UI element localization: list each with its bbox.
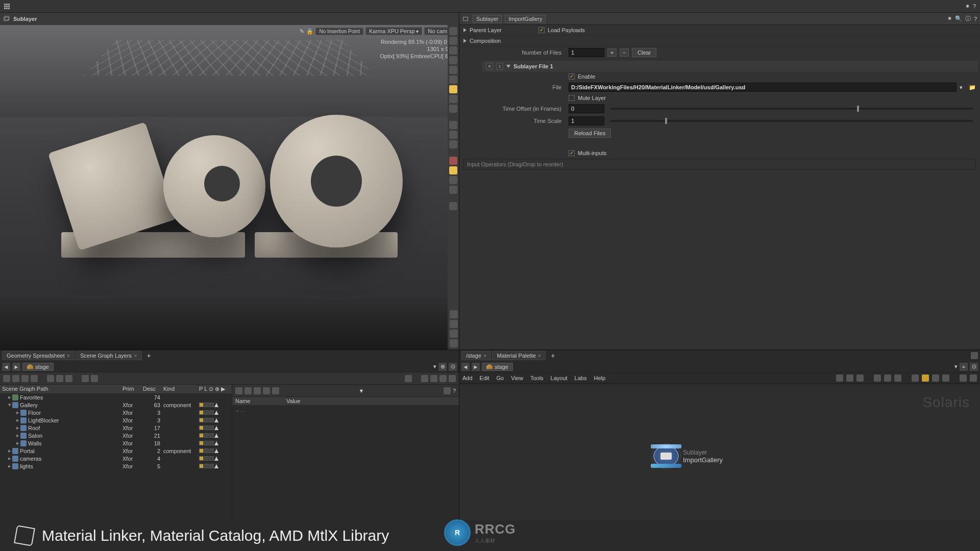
nt-icon-6[interactable]: [894, 374, 901, 382]
vp-tool-5[interactable]: [449, 66, 457, 74]
pp-view-4[interactable]: [263, 387, 270, 394]
time-scale-slider[interactable]: [610, 120, 973, 122]
num-files-input[interactable]: [569, 48, 604, 57]
gear-icon[interactable]: ✷: [965, 3, 970, 10]
filter-icon[interactable]: ▼: [359, 388, 364, 394]
pencil-icon[interactable]: ✎: [300, 28, 304, 35]
nt-icon-8[interactable]: [922, 374, 929, 382]
multi-inputs-checkbox[interactable]: [569, 150, 575, 156]
menu-labs[interactable]: Labs: [575, 375, 587, 381]
nav-fwd-icon[interactable]: ►: [12, 363, 20, 371]
scene-graph-row[interactable]: ▸LightBlockerXfor3: [0, 416, 232, 424]
nt-icon-10[interactable]: [942, 374, 949, 382]
menu-view[interactable]: View: [511, 375, 523, 381]
net-add-icon[interactable]: +: [960, 363, 968, 371]
file-dropdown-icon[interactable]: ▾: [960, 84, 963, 91]
parent-layer-section[interactable]: Parent Layer Load Payloads: [459, 25, 980, 36]
enable-checkbox[interactable]: [569, 73, 575, 80]
add-network-tab[interactable]: +: [547, 350, 559, 361]
time-scale-input[interactable]: [569, 116, 604, 126]
menu-go[interactable]: Go: [497, 375, 504, 381]
tab-geometry-spreadsheet[interactable]: Geometry Spreadsheet×: [2, 351, 75, 360]
network-path[interactable]: stage: [482, 363, 513, 371]
breadcrumb-name[interactable]: ImportGallery: [505, 15, 546, 23]
nt-icon-1[interactable]: [836, 374, 843, 382]
reorder-sublayer-icon[interactable]: ↕: [496, 63, 503, 70]
vp-tool-10[interactable]: [449, 121, 457, 129]
vp-snapshot-icon[interactable]: [450, 310, 458, 318]
stage-path[interactable]: stage: [22, 363, 54, 371]
panel-gear-icon[interactable]: ✷: [947, 15, 952, 22]
app-menu-icon[interactable]: [4, 4, 10, 9]
nt-icon-5[interactable]: [884, 374, 891, 382]
tb-icon-9[interactable]: [91, 375, 98, 382]
vp-tool-17[interactable]: [449, 202, 457, 210]
renderer-chip[interactable]: Karma XPU Persp ▾: [365, 27, 422, 35]
remove-sublayer-icon[interactable]: ×: [486, 63, 493, 70]
menu-help[interactable]: Help: [594, 375, 605, 381]
gear-icon[interactable]: ⊙: [449, 363, 457, 371]
menu-add[interactable]: Add: [462, 375, 473, 381]
reload-files-button[interactable]: Reload Files: [569, 129, 611, 138]
menu-edit[interactable]: Edit: [480, 375, 489, 381]
tb-icon-10[interactable]: [405, 375, 412, 382]
tab-material-palette[interactable]: Material Palette×: [492, 351, 546, 360]
vp-tool-6[interactable]: [449, 76, 457, 84]
insertion-chip[interactable]: No Insertion Point: [315, 28, 363, 35]
pp-help-icon[interactable]: ?: [453, 388, 456, 394]
net-gear-icon[interactable]: ⊙: [970, 363, 978, 371]
vp-display-icon[interactable]: [450, 330, 458, 338]
nt-icon-3[interactable]: [856, 374, 864, 382]
menu-layout[interactable]: Layout: [551, 375, 568, 381]
vp-grid-icon[interactable]: [450, 339, 458, 347]
node-importgallery[interactable]: Sublayer ImportGallery: [653, 445, 723, 467]
mute-layer-checkbox[interactable]: [569, 95, 575, 101]
vp-tool-16[interactable]: [449, 186, 457, 194]
scene-graph-row[interactable]: ▸camerasXfor4: [0, 455, 232, 462]
help-icon[interactable]: ?: [973, 3, 976, 9]
net-max-icon[interactable]: [971, 352, 978, 359]
nt-icon-4[interactable]: [874, 374, 881, 382]
tb-icon-3[interactable]: [21, 375, 29, 382]
tb-icon-1[interactable]: [3, 375, 10, 382]
pp-cam-icon[interactable]: [444, 387, 451, 394]
search-icon[interactable]: [970, 374, 977, 382]
time-offset-input[interactable]: [569, 104, 604, 113]
nt-icon-7[interactable]: [912, 374, 919, 382]
nt-icon-2[interactable]: [846, 374, 853, 382]
vp-tool-15[interactable]: [449, 176, 457, 184]
net-dropdown-icon[interactable]: ▾: [954, 363, 958, 370]
network-view[interactable]: Solaris Sublayer ImportGallery: [459, 384, 980, 520]
add-file-button[interactable]: +: [607, 48, 617, 57]
tab-stage[interactable]: /stage×: [461, 351, 491, 360]
tb-icon-12[interactable]: [430, 375, 437, 382]
scene-graph-row[interactable]: ▾GalleryXfor63component: [0, 401, 232, 409]
net-back-icon[interactable]: ◄: [461, 363, 470, 371]
scene-graph-row[interactable]: ▸FloorXfor3: [0, 409, 232, 416]
time-offset-slider[interactable]: [610, 108, 973, 110]
menu-tools[interactable]: Tools: [530, 375, 544, 381]
pp-view-2[interactable]: [244, 387, 252, 394]
vp-tool-1[interactable]: [449, 27, 457, 35]
lock-icon[interactable]: 🔒: [306, 28, 313, 35]
vp-tool-9[interactable]: [449, 105, 457, 113]
tb-icon-4[interactable]: [31, 375, 38, 382]
tb-icon-2[interactable]: [12, 375, 19, 382]
vp-tool-4[interactable]: [449, 56, 457, 64]
tb-icon-7[interactable]: [65, 375, 72, 382]
dropdown-icon[interactable]: ▾: [433, 363, 436, 370]
pin-icon[interactable]: ⊕: [438, 363, 447, 371]
tb-icon-11[interactable]: [421, 375, 428, 382]
pp-view-3[interactable]: [254, 387, 261, 394]
scene-graph-row[interactable]: ▸RoofXfor17: [0, 424, 232, 432]
nt-icon-11[interactable]: [960, 374, 967, 382]
net-fwd-icon[interactable]: ►: [472, 363, 480, 371]
pp-view-5[interactable]: [272, 387, 279, 394]
pp-view-1[interactable]: [235, 387, 242, 394]
vp-info-icon[interactable]: [450, 320, 458, 328]
tb-icon-5[interactable]: [47, 375, 54, 382]
remove-file-button[interactable]: −: [620, 48, 629, 57]
panel-info-icon[interactable]: ⓘ: [965, 15, 971, 22]
vp-tool-8[interactable]: [449, 95, 457, 103]
nav-back-icon[interactable]: ◄: [2, 363, 10, 371]
